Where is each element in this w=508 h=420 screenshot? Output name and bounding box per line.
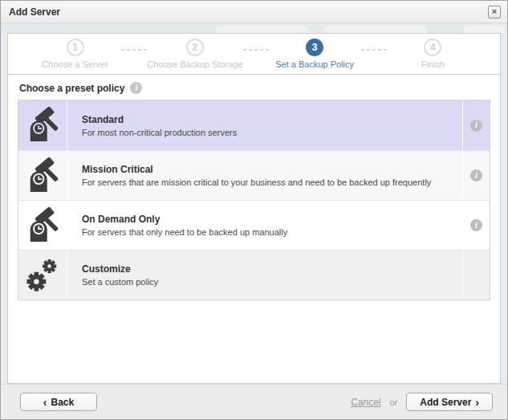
step-number-badge: 1 bbox=[67, 39, 84, 56]
dialog-footer: ‹ Back Cancel or Add Server › bbox=[1, 384, 507, 419]
step-separator bbox=[361, 49, 387, 51]
policy-text: On Demand Only For servers that only nee… bbox=[67, 201, 462, 250]
policy-row-mission-critical[interactable]: Mission Critical For servers that are mi… bbox=[18, 150, 490, 200]
preset-policy-heading-row: Choose a preset policy i bbox=[18, 82, 490, 94]
dialog-titlebar: Add Server × bbox=[1, 1, 507, 23]
policy-title: Standard bbox=[82, 114, 462, 125]
policy-row-on-demand-only[interactable]: On Demand Only For servers that only nee… bbox=[18, 200, 490, 250]
wizard-step-finish: 4 Finish bbox=[387, 39, 479, 69]
policy-title: Customize bbox=[82, 263, 462, 275]
policy-text: Customize Set a custom policy bbox=[67, 251, 462, 300]
add-server-button[interactable]: Add Server › bbox=[406, 393, 493, 411]
policy-title: Mission Critical bbox=[82, 164, 462, 175]
info-icon[interactable]: i bbox=[470, 219, 482, 231]
footer-actions: Cancel or Add Server › bbox=[351, 393, 493, 411]
policy-description: For servers that are mission critical to… bbox=[82, 177, 462, 187]
background-tab bbox=[463, 26, 505, 33]
close-icon[interactable]: × bbox=[488, 6, 501, 18]
background-tab bbox=[323, 26, 428, 33]
add-server-button-label: Add Server bbox=[420, 397, 471, 408]
policy-list: Standard For most non-critical productio… bbox=[18, 100, 490, 300]
dialog-title: Add Server bbox=[9, 6, 60, 18]
chevron-right-icon: › bbox=[475, 397, 479, 408]
policy-info-cell: i bbox=[462, 201, 490, 250]
policy-description: For servers that only need to be backed … bbox=[82, 227, 462, 237]
backup-schedule-icon bbox=[18, 151, 67, 200]
step-label: Choose a Server bbox=[42, 59, 108, 69]
wizard-step-choose-server: 1 Choose a Server bbox=[29, 39, 121, 69]
add-server-dialog: Add Server × 1 Choose a Server 2 Choose … bbox=[0, 0, 508, 420]
wizard-step-choose-backup-storage: 2 Choose Backup Storage bbox=[147, 39, 242, 69]
info-icon[interactable]: i bbox=[130, 82, 142, 94]
info-icon[interactable]: i bbox=[470, 120, 482, 132]
step-label: Finish bbox=[421, 59, 445, 69]
background-tab bbox=[216, 26, 309, 33]
background-strip bbox=[1, 23, 507, 33]
step-number-badge: 3 bbox=[306, 39, 323, 56]
back-button-label: Back bbox=[51, 397, 74, 408]
step-label: Choose Backup Storage bbox=[147, 59, 242, 69]
policy-title: On Demand Only bbox=[82, 214, 462, 225]
step-separator bbox=[243, 49, 269, 51]
policy-text: Standard For most non-critical productio… bbox=[67, 100, 462, 150]
step-label: Set a Backup Policy bbox=[275, 59, 354, 69]
back-button[interactable]: ‹ Back bbox=[20, 393, 97, 411]
wizard-step-set-backup-policy: 3 Set a Backup Policy bbox=[269, 39, 361, 69]
backup-schedule-icon bbox=[18, 201, 67, 250]
wizard-steps-bar: 1 Choose a Server 2 Choose Backup Storag… bbox=[7, 33, 501, 75]
gears-icon bbox=[18, 251, 67, 300]
policy-row-customize[interactable]: Customize Set a custom policy bbox=[18, 250, 490, 300]
policy-info-cell: i bbox=[462, 100, 490, 150]
policy-content-panel: Choose a preset policy i bbox=[7, 75, 501, 384]
or-label: or bbox=[390, 398, 398, 407]
policy-info-cell: i bbox=[462, 151, 490, 200]
step-separator bbox=[121, 49, 147, 51]
cancel-link[interactable]: Cancel bbox=[351, 397, 380, 408]
step-number-badge: 2 bbox=[186, 39, 204, 56]
page-title: Choose a preset policy bbox=[19, 83, 124, 94]
chevron-left-icon: ‹ bbox=[43, 397, 47, 408]
backup-schedule-icon bbox=[18, 100, 67, 150]
policy-text: Mission Critical For servers that are mi… bbox=[67, 151, 462, 200]
policy-description: For most non-critical production servers bbox=[82, 128, 462, 137]
step-number-badge: 4 bbox=[424, 39, 441, 56]
info-icon[interactable]: i bbox=[470, 169, 482, 181]
policy-info-cell bbox=[462, 251, 490, 300]
policy-row-standard[interactable]: Standard For most non-critical productio… bbox=[18, 100, 490, 150]
policy-description: Set a custom policy bbox=[82, 277, 462, 287]
